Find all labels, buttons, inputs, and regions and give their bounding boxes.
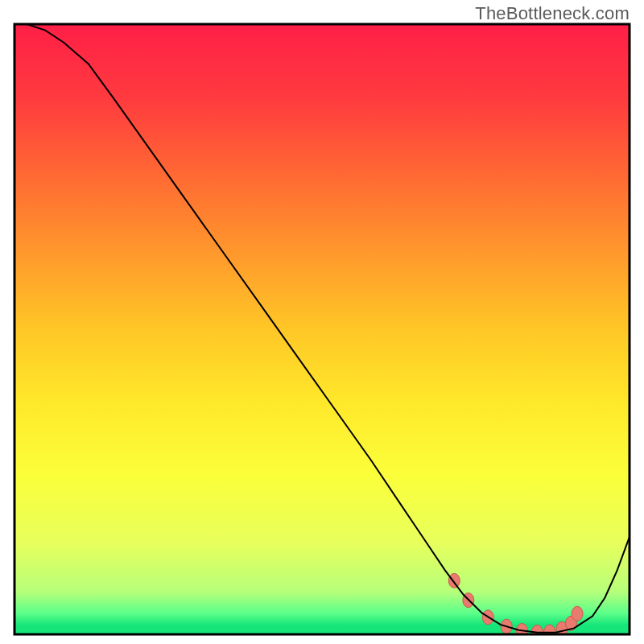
watermark-text: TheBottleneck.com (475, 3, 630, 24)
marker-dot (572, 606, 583, 621)
gradient-background (14, 24, 630, 634)
chart-container: TheBottleneck.com (0, 0, 644, 644)
marker-dot (448, 573, 460, 588)
bottleneck-chart (0, 0, 644, 644)
